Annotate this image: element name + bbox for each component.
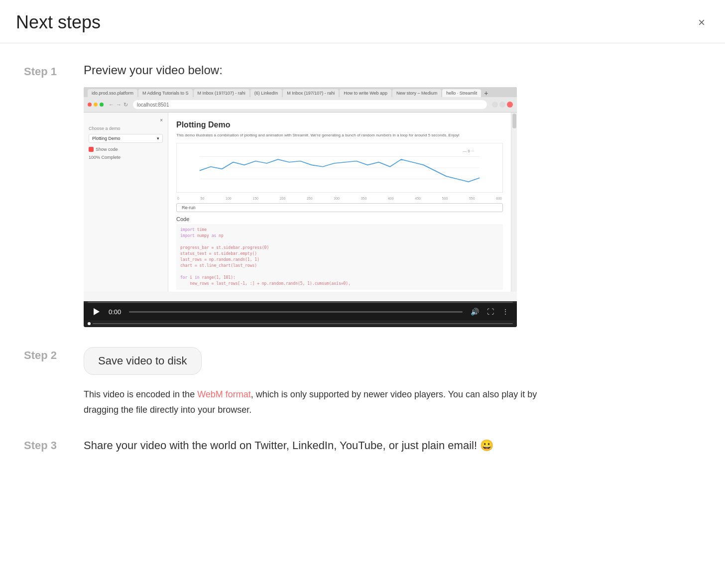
tab-6[interactable]: How to write Web app: [340, 89, 391, 97]
axis-50: 50: [201, 197, 205, 200]
url-bar[interactable]: localhost:8501: [133, 100, 487, 109]
code-line-4: progress_bar = st.sidebar.progress(0): [180, 245, 499, 251]
step3-row: Step 3 Share your video with the world o…: [24, 437, 701, 452]
time-display: 0:00: [109, 308, 121, 316]
content: Step 1 Preview your video below: ido.pro…: [0, 43, 725, 492]
close-button[interactable]: ×: [694, 14, 709, 30]
axis-600: 600: [496, 197, 502, 200]
desc-before-link: This video is encoded in the: [84, 389, 197, 399]
video-bottom-bar: [84, 320, 517, 327]
code-line-6: last_rows = np.random.randn(1, 1): [180, 257, 499, 263]
step2-description: This video is encoded in the WebM format…: [84, 387, 572, 417]
axis-400: 400: [388, 197, 394, 200]
axis-250: 250: [307, 197, 313, 200]
tab-2[interactable]: M Adding Tutorials to S: [138, 89, 193, 97]
show-code-checkbox[interactable]: Show code: [89, 147, 163, 152]
code-line-5: status_text = st.sidebar.empty(): [180, 251, 499, 257]
demo-title: Plotting Demo: [176, 120, 503, 129]
checkbox-icon: [89, 147, 94, 152]
video-container: ido.prod.sso.platform M Adding Tutorials…: [84, 87, 517, 327]
axis-0: 0: [177, 197, 179, 200]
code-line-3: [180, 239, 499, 245]
step1-title: Preview your video below:: [84, 63, 701, 77]
fullscreen-icon[interactable]: ⛶: [487, 308, 494, 316]
code-line-1: import time: [180, 227, 499, 233]
browser-main-content: Plotting Demo This demo illustrates a co…: [168, 113, 511, 292]
streamlit-sidebar: × Choose a demo Plotting Demo ▾ Show cod…: [84, 113, 168, 292]
show-code-label: Show code: [96, 147, 118, 152]
minimize-dot: [94, 103, 98, 107]
code-line-8: [180, 269, 499, 275]
axis-550: 550: [469, 197, 475, 200]
extension-icon-1: [492, 102, 498, 108]
step2-label: Step 2: [24, 347, 84, 362]
code-line-2: import numpy as np: [180, 233, 499, 239]
code-line-10: new_rows = last_rows[-1, :] + np.random.…: [180, 281, 499, 287]
code-label: Code: [176, 216, 503, 222]
axis-450: 450: [415, 197, 421, 200]
axis-350: 350: [361, 197, 367, 200]
dropdown-arrow: ▾: [157, 136, 159, 141]
dropdown-value: Plotting Demo: [92, 136, 121, 141]
tab-4[interactable]: (6) LinkedIn: [250, 89, 282, 97]
axis-100: 100: [226, 197, 232, 200]
extension-icon-2: [499, 102, 505, 108]
axis-150: 150: [252, 197, 258, 200]
demo-dropdown[interactable]: Plotting Demo ▾: [89, 134, 163, 143]
progress-bar[interactable]: [129, 311, 463, 313]
sidebar-close-button[interactable]: ×: [89, 118, 163, 123]
play-icon: [92, 307, 101, 316]
scrollbar-thumb[interactable]: [512, 114, 516, 128]
save-video-button[interactable]: Save video to disk: [84, 347, 202, 375]
tab-5[interactable]: M Inbox (197/107) - rahi: [283, 89, 339, 97]
rerun-button[interactable]: Re-run: [176, 203, 503, 212]
more-options-icon[interactable]: ⋮: [502, 308, 509, 316]
video-controls: 0:00 🔊 ⛶ ⋮: [84, 303, 517, 320]
tab-3[interactable]: M Inbox (197/107) - rahi: [194, 89, 249, 97]
browser-tabs: ido.prod.sso.platform M Adding Tutorials…: [84, 87, 517, 97]
chart-area: — 0 ···: [176, 143, 503, 193]
url-text: localhost:8501: [137, 102, 169, 108]
extension-icon-3: [507, 102, 513, 108]
axis-200: 200: [280, 197, 286, 200]
refresh-button[interactable]: ↻: [123, 102, 128, 108]
tab-1[interactable]: ido.prod.sso.platform: [88, 89, 137, 97]
browser-body: × Choose a demo Plotting Demo ▾ Show cod…: [84, 113, 517, 292]
choose-demo-label: Choose a demo: [89, 126, 163, 131]
scrollbar[interactable]: [511, 113, 517, 292]
step3-content: Share your video with the world on Twitt…: [84, 437, 701, 452]
step2-row: Step 2 Save video to disk This video is …: [24, 347, 701, 417]
demo-description: This demo illustrates a combination of p…: [176, 132, 503, 138]
step1-row: Step 1 Preview your video below: ido.pro…: [24, 63, 701, 327]
new-tab-button[interactable]: +: [482, 89, 490, 97]
play-button[interactable]: [92, 307, 101, 316]
svg-text:— 0 ···: — 0 ···: [463, 149, 475, 153]
video-control-icons: 🔊 ⛶ ⋮: [471, 308, 509, 316]
webm-format-link[interactable]: WebM format: [197, 389, 251, 399]
page-container: Next steps × Step 1 Preview your video b…: [0, 0, 725, 492]
step3-label: Step 3: [24, 437, 84, 452]
close-dot: [88, 103, 92, 107]
step1-label: Step 1: [24, 63, 84, 78]
browser-chrome: ← → ↻ localhost:8501: [84, 97, 517, 113]
svg-marker-4: [94, 308, 100, 315]
volume-icon[interactable]: 🔊: [471, 308, 479, 316]
scrubber-track[interactable]: [88, 302, 513, 303]
tab-7[interactable]: New story – Medium: [392, 89, 441, 97]
step1-content: Preview your video below: ido.prod.sso.p…: [84, 63, 701, 327]
header: Next steps ×: [0, 0, 725, 43]
video-screenshot: ido.prod.sso.platform M Adding Tutorials…: [84, 87, 517, 301]
expand-dot: [100, 103, 104, 107]
code-line-9: for i in range(1, 101):: [180, 275, 499, 281]
tab-8[interactable]: hello · Streamlit: [442, 89, 481, 97]
forward-button[interactable]: →: [116, 102, 121, 108]
step3-text: Share your video with the world on Twitt…: [84, 437, 701, 452]
page-title: Next steps: [16, 12, 101, 33]
axis-500: 500: [442, 197, 448, 200]
line-chart: — 0 ···: [179, 145, 500, 190]
step2-content: Save video to disk This video is encoded…: [84, 347, 701, 417]
progress-dot: [88, 322, 91, 325]
code-block: import time import numpy as np progress_…: [176, 224, 503, 290]
bottom-scrubber-track[interactable]: [93, 323, 513, 324]
back-button[interactable]: ←: [109, 102, 114, 108]
